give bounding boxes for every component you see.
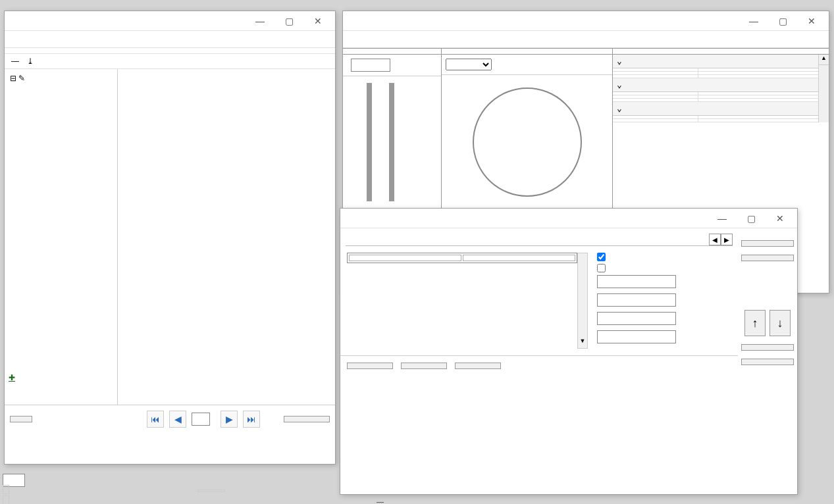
menu-edit[interactable] bbox=[364, 38, 369, 41]
menu-edit[interactable] bbox=[26, 38, 31, 41]
menu-gallery[interactable] bbox=[380, 38, 385, 41]
top-perimeter-value[interactable] bbox=[698, 72, 818, 74]
top-wall-value[interactable] bbox=[698, 75, 818, 78]
top-area-value[interactable] bbox=[698, 68, 818, 71]
cs-input[interactable] bbox=[597, 330, 676, 343]
nav-first[interactable]: ⏮ bbox=[147, 411, 164, 428]
mat-em-value[interactable] bbox=[698, 119, 818, 122]
nav-prev[interactable]: ◀ bbox=[169, 411, 186, 428]
addon-mode-link[interactable]: ✚ bbox=[9, 373, 15, 382]
menu-file[interactable] bbox=[348, 38, 353, 41]
section-table bbox=[347, 253, 577, 263]
bg-depth: — bbox=[377, 497, 384, 504]
decimal-plus-button[interactable] bbox=[455, 363, 501, 369]
ok-button[interactable] bbox=[284, 416, 330, 422]
topbottom-header bbox=[442, 49, 612, 55]
units-button[interactable] bbox=[10, 416, 32, 422]
pp-input[interactable] bbox=[597, 312, 676, 325]
titlebar[interactable]: — ▢ ✕ bbox=[5, 11, 335, 31]
menu-help[interactable] bbox=[57, 38, 63, 41]
bot-perimeter-value[interactable] bbox=[698, 95, 818, 98]
table-scrollbar[interactable]: ▼ bbox=[577, 253, 588, 349]
bg-label bbox=[3, 486, 9, 493]
bg-residual-value bbox=[197, 490, 225, 492]
th-section bbox=[349, 255, 461, 261]
toolbar bbox=[5, 48, 335, 54]
area-calculator-window: — ▢ ✕ ◀ ▶ ▼ bbox=[340, 208, 798, 495]
minimize-button[interactable]: — bbox=[708, 209, 737, 228]
minimize-button[interactable]: — bbox=[739, 12, 768, 30]
help-button[interactable] bbox=[741, 359, 794, 365]
side-view-header bbox=[343, 49, 441, 55]
view-select[interactable] bbox=[446, 59, 492, 70]
menu-bar bbox=[343, 31, 829, 48]
tab-strip: ◀ ▶ bbox=[346, 234, 733, 246]
length-input[interactable] bbox=[351, 59, 390, 72]
maximize-button[interactable]: ▢ bbox=[737, 209, 766, 228]
close-button[interactable]: ✕ bbox=[797, 12, 826, 30]
move-up-button[interactable]: ↑ bbox=[744, 310, 766, 336]
maximize-button[interactable]: ▢ bbox=[768, 12, 797, 30]
edit-pile-window: — ▢ ✕ — ⤓ ⊟ ✎ ✚ ⏮ ◀ ▶ ⏭ bbox=[4, 11, 336, 465]
menu-bar bbox=[5, 31, 335, 48]
side-bar-left bbox=[367, 83, 372, 201]
collapse-icon[interactable]: ⌄ bbox=[617, 80, 622, 90]
options-panel bbox=[597, 253, 722, 349]
svg-point-0 bbox=[473, 88, 581, 196]
tab-scroll-left[interactable]: ◀ bbox=[709, 234, 721, 245]
th-area bbox=[463, 255, 575, 261]
decimal-minus-button[interactable] bbox=[401, 363, 447, 369]
properties-header bbox=[613, 49, 829, 55]
scrollbar[interactable]: ▲ bbox=[818, 55, 829, 122]
bot-area-value[interactable] bbox=[698, 92, 818, 95]
close-button[interactable]: ✕ bbox=[303, 12, 332, 30]
area-input[interactable] bbox=[597, 275, 676, 288]
nav-last[interactable]: ⏭ bbox=[243, 411, 260, 428]
scroll-up-icon[interactable]: ▲ bbox=[819, 55, 829, 65]
maximize-button[interactable]: ▢ bbox=[274, 12, 303, 30]
ok-button[interactable] bbox=[741, 240, 794, 247]
menu-view[interactable] bbox=[41, 38, 47, 41]
close-button[interactable]: ✕ bbox=[766, 209, 795, 228]
mat-name-value[interactable] bbox=[698, 116, 818, 118]
bg-label bbox=[3, 496, 9, 504]
bpa-input[interactable] bbox=[597, 293, 676, 307]
nav-next[interactable]: ▶ bbox=[221, 411, 238, 428]
bot-wall-value[interactable] bbox=[698, 99, 818, 101]
status-row: — ⤓ bbox=[5, 54, 335, 69]
collapse-icon[interactable]: ⌄ bbox=[617, 57, 622, 66]
collapse-icon[interactable]: ⌄ bbox=[617, 104, 622, 114]
top-section-circle bbox=[468, 83, 586, 201]
na-options-checkbox[interactable] bbox=[597, 253, 722, 261]
menu-file[interactable] bbox=[10, 38, 15, 41]
scroll-down-icon[interactable]: ▼ bbox=[578, 338, 587, 348]
cancel-button[interactable] bbox=[741, 255, 794, 261]
customize-button[interactable] bbox=[741, 344, 794, 351]
minimize-button[interactable]: — bbox=[246, 12, 274, 30]
move-down-button[interactable]: ↓ bbox=[769, 310, 791, 336]
pile-canvas[interactable] bbox=[118, 69, 335, 405]
titlebar[interactable]: — ▢ ✕ bbox=[343, 11, 829, 31]
side-bar-right bbox=[389, 83, 394, 201]
properties-grid: ⌄ ⌄ ⌄ bbox=[613, 55, 818, 122]
pile-tree: ⊟ ✎ ✚ bbox=[5, 69, 118, 405]
ww-options-checkbox[interactable] bbox=[597, 264, 722, 272]
page-input[interactable] bbox=[192, 413, 210, 426]
tree-root[interactable]: ⊟ ✎ bbox=[9, 73, 113, 84]
si-button[interactable] bbox=[347, 363, 393, 369]
tab-scroll-right[interactable]: ▶ bbox=[721, 234, 733, 245]
titlebar[interactable]: — ▢ ✕ bbox=[340, 209, 797, 228]
